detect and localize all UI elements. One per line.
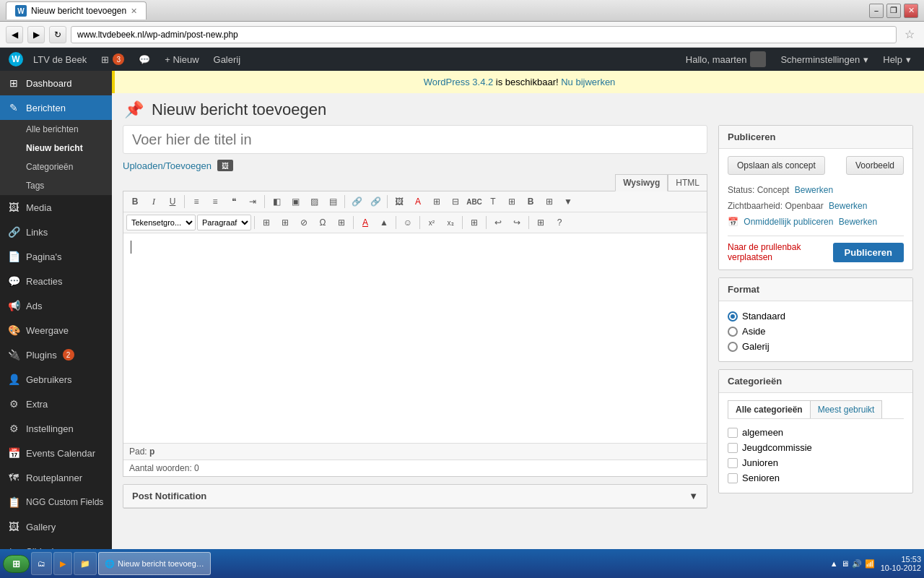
tb-link[interactable]: 🔗	[348, 194, 365, 210]
tb-custom2[interactable]: ⊞	[532, 215, 549, 230]
tb-blockquote[interactable]: ❝	[225, 194, 243, 210]
url-input[interactable]	[71, 26, 897, 43]
sidebar-item-reacties[interactable]: 💬 Reacties	[0, 269, 112, 293]
cat-jeugdcommissie[interactable]: Jeugdcommissie	[728, 440, 904, 455]
taskbar-item-chrome[interactable]: 🌐 Nieuw bericht toevoegen	[98, 552, 211, 575]
admin-bar-new[interactable]: + Nieuw	[157, 48, 206, 71]
cat-check-jeugdcommissie[interactable]	[728, 443, 738, 453]
sidebar-item-tags[interactable]: Tags	[0, 176, 112, 195]
editor-content-area[interactable]	[123, 233, 707, 443]
refresh-button[interactable]: ↻	[49, 26, 66, 43]
publish-time-link[interactable]: Onmiddellijk publiceren	[744, 217, 833, 227]
sidebar-item-routeplanner[interactable]: 🗺 Routeplanner	[0, 465, 112, 490]
sidebar-item-weergave[interactable]: 🎨 Weergave	[0, 318, 112, 342]
admin-bar-site[interactable]: LTV de Beek	[26, 48, 94, 71]
taskbar-item-folder[interactable]: 📁	[74, 552, 97, 575]
sidebar-item-categorieen-sub[interactable]: Categorieën	[0, 158, 112, 176]
cat-junioren[interactable]: Junioren	[728, 455, 904, 470]
tb-justify[interactable]: ▤	[324, 194, 341, 210]
tb-table3[interactable]: ⊞	[466, 215, 483, 230]
tb-custom[interactable]: ⊞	[333, 215, 350, 230]
tb-undo[interactable]: ↩	[489, 215, 507, 230]
tb-align-left[interactable]: ◧	[268, 194, 285, 210]
add-media-icon[interactable]: 🖼	[217, 160, 233, 171]
publish-button[interactable]: Publiceren	[833, 243, 904, 262]
post-title-input[interactable]	[123, 125, 707, 154]
tb-bg-color[interactable]: ▲	[375, 215, 393, 230]
sidebar-item-dashboard[interactable]: ⊞ Dashboard	[0, 71, 112, 95]
cat-algemeen[interactable]: algemeen	[728, 425, 904, 440]
tab-close-icon[interactable]: ✕	[131, 7, 137, 16]
post-notification-header[interactable]: Post Notification ▼	[123, 485, 707, 508]
sidebar-item-plugins[interactable]: 🔌 Plugins 2	[0, 342, 112, 367]
tb-media2[interactable]: ⊞	[503, 194, 520, 210]
update-now-link[interactable]: Nu bijwerken	[561, 77, 615, 87]
tb-align-right[interactable]: ▨	[305, 194, 323, 210]
tab-wysiwyg[interactable]: Wysiwyg	[615, 174, 668, 191]
browser-tab[interactable]: W Nieuw bericht toevoegen ✕	[6, 1, 147, 20]
start-button[interactable]: ⊞	[3, 555, 30, 573]
admin-bar-updates[interactable]: ⊞ 3	[94, 48, 131, 71]
trash-link[interactable]: Naar de prullenbak verplaatsen	[728, 242, 833, 262]
tb-image[interactable]: 🖼	[391, 194, 408, 210]
help-button[interactable]: Help ▾	[876, 48, 918, 71]
sidebar-item-extra[interactable]: ⚙ Extra	[0, 392, 112, 416]
tb-help[interactable]: ?	[551, 215, 568, 230]
save-concept-button[interactable]: Opslaan als concept	[728, 156, 825, 175]
screen-settings-button[interactable]: Scherminstellingen ▾	[773, 48, 876, 71]
tb-edit[interactable]: ⊞	[541, 194, 558, 210]
cat-check-senioren[interactable]	[728, 473, 738, 483]
minimize-button[interactable]: −	[869, 4, 884, 18]
restore-button[interactable]: ❐	[886, 4, 901, 18]
tb-clean[interactable]: ⊘	[295, 215, 313, 230]
wp-logo[interactable]: W	[6, 48, 26, 71]
sidebar-item-events-calendar[interactable]: 📅 Events Calendar	[0, 441, 112, 465]
cat-check-algemeen[interactable]	[728, 428, 738, 438]
admin-bar-comments[interactable]: 💬	[131, 48, 157, 71]
tb-indent[interactable]: ⇥	[244, 194, 261, 210]
sidebar-item-ads[interactable]: 📢 Ads	[0, 293, 112, 318]
tb-ul[interactable]: ≡	[188, 194, 205, 210]
admin-bar-user[interactable]: Hallo, maarten	[679, 48, 774, 71]
tb-subscript[interactable]: x₂	[442, 215, 459, 230]
tb-bold2[interactable]: B	[522, 194, 539, 210]
admin-bar-gallery[interactable]: Galerij	[206, 48, 248, 71]
tb-align-center[interactable]: ▣	[287, 194, 304, 210]
back-button[interactable]: ◀	[6, 26, 23, 43]
cat-check-junioren[interactable]	[728, 458, 738, 468]
format-aside[interactable]: Aside	[728, 324, 904, 339]
sidebar-item-links[interactable]: 🔗 Links	[0, 220, 112, 244]
tb-italic[interactable]: I	[145, 194, 162, 210]
sidebar-item-paginas[interactable]: 📄 Pagina's	[0, 244, 112, 269]
format-standaard[interactable]: Standaard	[728, 309, 904, 324]
tb-redo[interactable]: ↪	[508, 215, 526, 230]
status-edit-link[interactable]: Bewerken	[795, 185, 833, 195]
tb-omega[interactable]: Ω	[314, 215, 331, 230]
preview-button[interactable]: Voorbeeld	[846, 156, 904, 175]
tab-all-categories[interactable]: Alle categorieën	[728, 400, 811, 418]
tb-font-color[interactable]: A	[409, 194, 427, 210]
taskbar-item-media[interactable]: ▶	[53, 552, 72, 575]
format-galerij[interactable]: Galerij	[728, 339, 904, 354]
tb-table[interactable]: ⊞	[428, 194, 445, 210]
sidebar-item-media[interactable]: 🖼 Media	[0, 195, 112, 220]
close-button[interactable]: ✕	[904, 4, 918, 18]
publish-time-edit[interactable]: Bewerken	[839, 217, 877, 227]
tb-unlink[interactable]: 🔗	[367, 194, 384, 210]
tab-html[interactable]: HTML	[668, 174, 707, 191]
tb-spellcheck[interactable]: ABC	[466, 194, 483, 210]
tb-table2[interactable]: ⊟	[447, 194, 464, 210]
forward-button[interactable]: ▶	[27, 26, 45, 43]
sidebar-item-gebruikers[interactable]: 👤 Gebruikers	[0, 367, 112, 392]
cat-senioren[interactable]: Senioren	[728, 470, 904, 486]
tb-underline[interactable]: U	[164, 194, 181, 210]
tb-emoticon[interactable]: ☺	[399, 215, 417, 230]
wp-version-link[interactable]: WordPress 3.4.2	[424, 77, 494, 87]
tb-bold[interactable]: B	[126, 194, 144, 210]
sidebar-item-nieuw-bericht[interactable]: Nieuw bericht	[0, 139, 112, 158]
sidebar-item-gallery[interactable]: 🖼 Gallery	[0, 514, 112, 539]
bookmark-icon[interactable]: ☆	[901, 26, 918, 43]
tab-popular-categories[interactable]: Meest gebruikt	[810, 400, 883, 418]
tb-format-select[interactable]: Paragraaf	[197, 215, 251, 230]
upload-label[interactable]: Uploaden/Toevoegen	[123, 160, 212, 171]
